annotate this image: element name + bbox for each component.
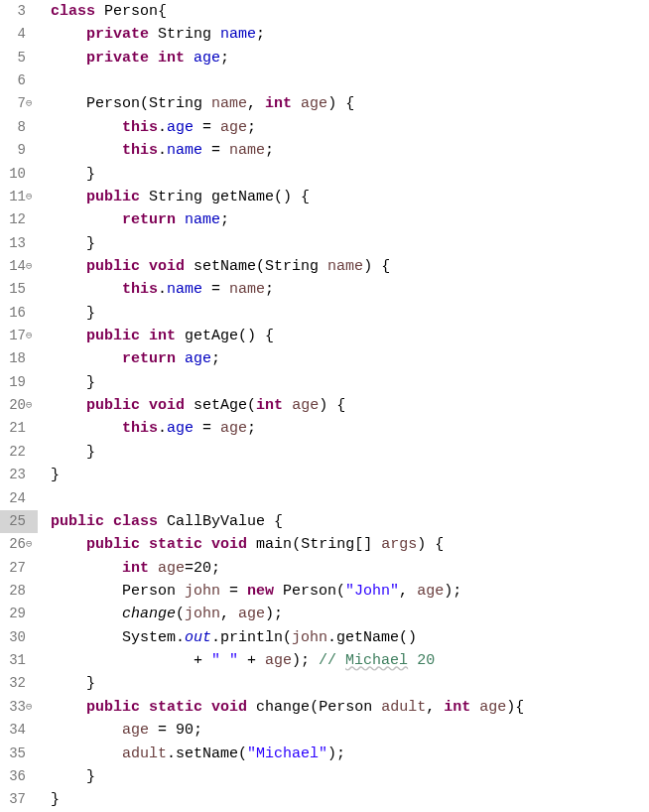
code-line[interactable]: this.name = name; (51, 139, 649, 162)
gutter-line[interactable]: 32 (0, 672, 38, 695)
code-line[interactable]: private int age; (51, 47, 649, 69)
gutter-line[interactable]: 35 (0, 743, 38, 765)
code-line[interactable]: this.age = age; (51, 116, 649, 139)
code-line[interactable]: public static void main(String[] args) { (51, 533, 649, 556)
line-number: 16 (4, 302, 26, 325)
code-line[interactable]: } (51, 788, 649, 811)
code-editor[interactable]: class Person{ private String name; priva… (43, 0, 649, 812)
gutter-line[interactable]: 30 (0, 626, 38, 649)
token-plain: ) { (327, 95, 354, 112)
line-number: 20 (4, 394, 26, 417)
gutter-line[interactable]: 4 (0, 23, 38, 46)
code-line[interactable]: class Person{ (51, 0, 649, 23)
code-line[interactable]: public void setAge(int age) { (51, 394, 649, 417)
code-line[interactable]: public int getAge() { (51, 325, 649, 347)
fold-marker-icon[interactable]: ⊖ (26, 186, 36, 208)
token-plain: () { (274, 189, 310, 205)
code-line[interactable] (51, 69, 649, 92)
token-plain (247, 536, 256, 553)
code-line[interactable]: age = 90; (51, 719, 649, 742)
gutter-line[interactable]: 22 (0, 441, 38, 464)
gutter-line[interactable]: 34 (0, 719, 38, 742)
gutter-line[interactable]: 13 (0, 232, 38, 255)
code-line[interactable]: } (51, 371, 649, 394)
token-plain: } (51, 675, 95, 692)
code-line[interactable]: } (51, 163, 649, 186)
token-plain: Person (51, 583, 185, 600)
gutter-line[interactable]: 3 (0, 0, 38, 23)
token-field: age (167, 420, 194, 437)
line-number: 4 (4, 23, 26, 46)
gutter-line[interactable]: 8 (0, 116, 38, 139)
gutter-line[interactable]: 20⊖ (0, 394, 38, 417)
line-number: 29 (4, 603, 26, 625)
code-line[interactable]: private String name; (51, 23, 649, 46)
gutter-line[interactable]: 14⊖ (0, 255, 38, 278)
code-line[interactable]: public String getName() { (51, 186, 649, 208)
gutter-line[interactable]: 6 (0, 69, 38, 92)
line-number: 19 (4, 371, 26, 394)
gutter-line[interactable]: 15 (0, 278, 38, 301)
fold-marker-icon[interactable]: ⊖ (26, 325, 36, 347)
gutter-line[interactable]: 9 (0, 139, 38, 162)
gutter-line[interactable]: 17⊖ (0, 325, 38, 347)
gutter-line[interactable]: 25 (0, 510, 38, 533)
gutter-line[interactable]: 36 (0, 765, 38, 788)
code-line[interactable]: this.age = age; (51, 417, 649, 440)
token-plain: Person( (274, 583, 345, 600)
code-line[interactable]: } (51, 441, 649, 464)
code-line[interactable]: return name; (51, 208, 649, 231)
code-line[interactable]: } (51, 302, 649, 325)
token-var: args (381, 536, 417, 553)
code-line[interactable]: } (51, 672, 649, 695)
gutter-line[interactable]: 18 (0, 347, 38, 370)
fold-marker-icon[interactable]: ⊖ (26, 394, 36, 417)
token-italic: change (122, 606, 176, 622)
gutter-line[interactable]: 31 (0, 649, 38, 672)
gutter-line[interactable]: 11⊖ (0, 186, 38, 208)
code-line[interactable]: int age=20; (51, 557, 649, 580)
gutter-line[interactable]: 21 (0, 417, 38, 440)
code-line[interactable]: adult.setName("Michael"); (51, 743, 649, 765)
gutter-line[interactable]: 23 (0, 464, 38, 486)
gutter-line[interactable]: 19 (0, 371, 38, 394)
gutter-line[interactable]: 12 (0, 208, 38, 231)
code-line[interactable]: public void setName(String name) { (51, 255, 649, 278)
fold-marker-icon[interactable]: ⊖ (26, 696, 36, 719)
code-line[interactable]: } (51, 464, 649, 486)
code-line[interactable]: Person(String name, int age) { (51, 92, 649, 115)
gutter-line[interactable]: 33⊖ (0, 696, 38, 719)
gutter-line[interactable]: 26⊖ (0, 533, 38, 556)
token-plain: ; (265, 281, 274, 298)
gutter-line[interactable]: 10 (0, 163, 38, 186)
code-line[interactable]: System.out.println(john.getName() (51, 626, 649, 649)
code-line[interactable]: } (51, 765, 649, 788)
fold-marker-icon[interactable]: ⊖ (26, 92, 36, 115)
code-line[interactable]: return age; (51, 347, 649, 370)
gutter-line[interactable]: 27 (0, 557, 38, 580)
fold-marker-icon[interactable]: ⊖ (26, 255, 36, 278)
code-line[interactable] (51, 487, 649, 510)
gutter-line[interactable]: 29 (0, 603, 38, 625)
token-plain: = (220, 583, 247, 600)
fold-marker-icon[interactable]: ⊖ (26, 533, 36, 556)
token-plain (202, 699, 211, 716)
gutter-line[interactable]: 28 (0, 580, 38, 603)
code-line[interactable]: + " " + age); // Michael 20 (51, 649, 649, 672)
gutter-line[interactable]: 24 (0, 487, 38, 510)
code-line[interactable]: public static void change(Person adult, … (51, 696, 649, 719)
token-plain (51, 350, 122, 367)
code-line[interactable]: public class CallByValue { (51, 510, 649, 533)
gutter-line[interactable]: 5 (0, 47, 38, 69)
code-line[interactable]: } (51, 232, 649, 255)
token-var: adult (122, 745, 167, 762)
gutter-line[interactable]: 7⊖ (0, 92, 38, 115)
code-line[interactable]: Person john = new Person("John", age); (51, 580, 649, 603)
code-line[interactable]: this.name = name; (51, 278, 649, 301)
code-line[interactable]: change(john, age); (51, 603, 649, 625)
token-plain (185, 397, 194, 414)
token-plain: () { (238, 328, 274, 344)
gutter-line[interactable]: 37 (0, 788, 38, 811)
gutter-line[interactable]: 16 (0, 302, 38, 325)
token-kw: return (122, 211, 176, 228)
